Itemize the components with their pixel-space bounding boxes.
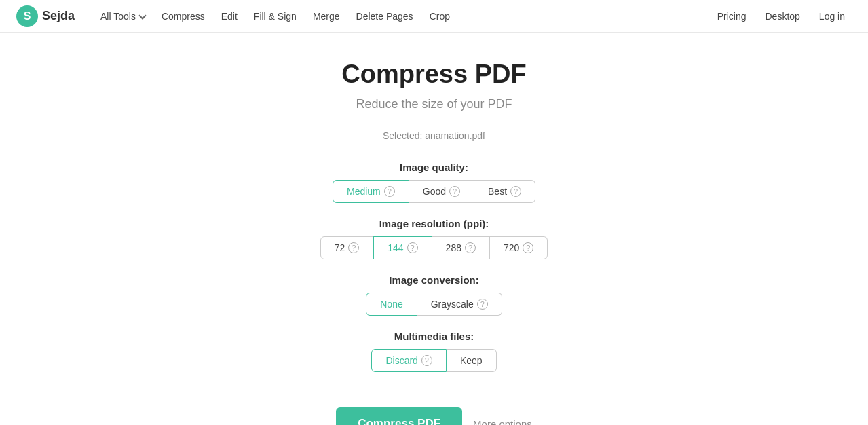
- resolution-72-button[interactable]: 72 ?: [320, 236, 374, 259]
- chevron-down-icon: [138, 12, 146, 19]
- help-icon[interactable]: ?: [384, 186, 395, 197]
- nav-link-merge[interactable]: Merge: [306, 7, 347, 26]
- page-subtitle: Reduce the size of your PDF: [356, 97, 512, 111]
- help-icon[interactable]: ?: [449, 186, 460, 197]
- image-conversion-section: Image conversion: None Grayscale ?: [14, 274, 854, 316]
- resolution-288-button[interactable]: 288 ?: [432, 236, 490, 259]
- nav-link-crop[interactable]: Crop: [423, 7, 457, 26]
- quality-medium-button[interactable]: Medium ?: [333, 180, 409, 203]
- nav-link-compress[interactable]: Compress: [155, 7, 212, 26]
- nav-links: All Tools Compress Edit Fill & Sign Merg…: [94, 7, 711, 26]
- help-icon[interactable]: ?: [407, 242, 418, 253]
- nav-link-delete-pages[interactable]: Delete Pages: [350, 7, 420, 26]
- conversion-none-button[interactable]: None: [366, 293, 417, 316]
- nav-right: Pricing Desktop Log in: [711, 7, 852, 26]
- image-quality-label: Image quality:: [14, 162, 854, 173]
- multimedia-discard-button[interactable]: Discard ?: [371, 349, 446, 372]
- quality-good-button[interactable]: Good ?: [409, 180, 474, 203]
- nav-link-all-tools[interactable]: All Tools: [94, 7, 152, 26]
- nav-link-login[interactable]: Log in: [812, 7, 852, 26]
- image-quality-buttons: Medium ? Good ? Best ?: [14, 180, 854, 203]
- image-conversion-buttons: None Grayscale ?: [14, 293, 854, 316]
- more-options-link[interactable]: More options: [473, 418, 532, 426]
- help-icon[interactable]: ?: [465, 242, 476, 253]
- image-resolution-section: Image resolution (ppi): 72 ? 144 ? 288 ?…: [14, 218, 854, 259]
- image-quality-section: Image quality: Medium ? Good ? Best ?: [14, 162, 854, 203]
- quality-best-button[interactable]: Best ?: [474, 180, 535, 203]
- logo-name: Sejda: [42, 9, 75, 23]
- nav-link-pricing[interactable]: Pricing: [711, 7, 753, 26]
- bottom-actions: Compress PDF More options: [336, 407, 532, 425]
- resolution-144-button[interactable]: 144 ?: [373, 236, 432, 259]
- multimedia-files-label: Multimedia files:: [14, 331, 854, 342]
- compress-pdf-button[interactable]: Compress PDF: [336, 407, 462, 425]
- multimedia-files-buttons: Discard ? Keep: [14, 349, 854, 372]
- main-content: Compress PDF Reduce the size of your PDF…: [0, 33, 868, 425]
- navbar: S Sejda All Tools Compress Edit Fill & S…: [0, 0, 868, 33]
- image-resolution-label: Image resolution (ppi):: [14, 218, 854, 229]
- image-resolution-buttons: 72 ? 144 ? 288 ? 720 ?: [14, 236, 854, 259]
- image-conversion-label: Image conversion:: [14, 274, 854, 286]
- logo-area[interactable]: S Sejda: [16, 5, 75, 27]
- nav-link-desktop[interactable]: Desktop: [758, 7, 806, 26]
- nav-link-edit[interactable]: Edit: [214, 7, 244, 26]
- logo-icon: S: [16, 5, 38, 27]
- conversion-grayscale-button[interactable]: Grayscale ?: [417, 293, 502, 316]
- help-icon[interactable]: ?: [523, 242, 533, 253]
- help-icon[interactable]: ?: [510, 186, 521, 197]
- page-title: Compress PDF: [341, 60, 526, 89]
- nav-link-fill-sign[interactable]: Fill & Sign: [247, 7, 303, 26]
- help-icon[interactable]: ?: [421, 355, 432, 366]
- help-icon[interactable]: ?: [477, 299, 488, 310]
- resolution-720-button[interactable]: 720 ?: [490, 236, 548, 259]
- help-icon[interactable]: ?: [348, 242, 359, 253]
- selected-file: Selected: anamation.pdf: [383, 130, 485, 141]
- multimedia-keep-button[interactable]: Keep: [447, 349, 497, 372]
- multimedia-files-section: Multimedia files: Discard ? Keep: [14, 331, 854, 372]
